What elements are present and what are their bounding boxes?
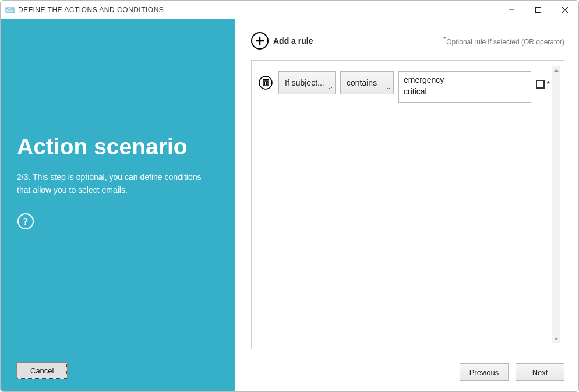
main-area: Action scenario 2/3. This step is option… bbox=[1, 19, 578, 391]
optional-hint: *Optional rule if selected (OR operator) bbox=[443, 36, 564, 46]
rule-field-dropdown[interactable]: If subject... bbox=[278, 71, 336, 94]
minimize-button[interactable] bbox=[498, 1, 525, 19]
rule-value-input[interactable]: emergency critical bbox=[398, 71, 531, 103]
scrollbar-vertical[interactable] bbox=[552, 66, 560, 343]
rule-operator-dropdown[interactable]: contains bbox=[340, 71, 394, 94]
add-rule-label: Add a rule bbox=[273, 36, 313, 45]
rule-field-label: If subject... bbox=[285, 78, 324, 87]
window-controls bbox=[498, 1, 578, 19]
left-panel: Action scenario 2/3. This step is option… bbox=[1, 19, 235, 391]
svg-point-9 bbox=[259, 76, 272, 89]
step-description: 2/3. This step is optional, you can defi… bbox=[17, 171, 209, 196]
footer-row: Previous Next bbox=[251, 363, 564, 381]
add-rule-button[interactable]: Add a rule bbox=[251, 32, 313, 50]
rule-operator-label: contains bbox=[347, 78, 377, 87]
svg-rect-2 bbox=[536, 7, 541, 12]
rules-container: If subject... contains emergency critica… bbox=[251, 60, 564, 349]
titlebar: DEFINE THE ACTIONS AND CONDITIONS bbox=[1, 1, 578, 19]
chevron-down-icon bbox=[328, 83, 333, 92]
delete-rule-button[interactable] bbox=[257, 75, 274, 91]
next-button[interactable]: Next bbox=[516, 363, 564, 381]
close-button[interactable] bbox=[552, 1, 578, 19]
previous-button[interactable]: Previous bbox=[460, 363, 509, 381]
optional-hint-text: Optional rule if selected (OR operator) bbox=[446, 38, 564, 46]
top-row: Add a rule *Optional rule if selected (O… bbox=[251, 32, 564, 50]
rule-row: If subject... contains emergency critica… bbox=[257, 66, 550, 103]
right-panel: Add a rule *Optional rule if selected (O… bbox=[235, 19, 578, 391]
scroll-up-arrow[interactable] bbox=[552, 66, 560, 75]
rules-content: If subject... contains emergency critica… bbox=[257, 66, 550, 343]
cancel-button[interactable]: Cancel bbox=[17, 363, 67, 379]
optional-star-label: * bbox=[547, 79, 550, 89]
rule-optional-checkbox[interactable]: * bbox=[536, 79, 550, 89]
help-button[interactable]: ? bbox=[17, 213, 34, 230]
svg-rect-11 bbox=[263, 81, 268, 86]
svg-rect-10 bbox=[263, 79, 269, 80]
chevron-down-icon bbox=[386, 83, 391, 92]
checkbox-icon bbox=[536, 80, 545, 89]
app-icon bbox=[5, 5, 15, 15]
scroll-down-arrow[interactable] bbox=[552, 335, 560, 343]
page-title: Action scenario bbox=[17, 135, 218, 160]
maximize-button[interactable] bbox=[525, 1, 552, 19]
window-title: DEFINE THE ACTIONS AND CONDITIONS bbox=[18, 6, 164, 14]
svg-text:?: ? bbox=[23, 216, 29, 227]
plus-icon bbox=[251, 32, 269, 50]
